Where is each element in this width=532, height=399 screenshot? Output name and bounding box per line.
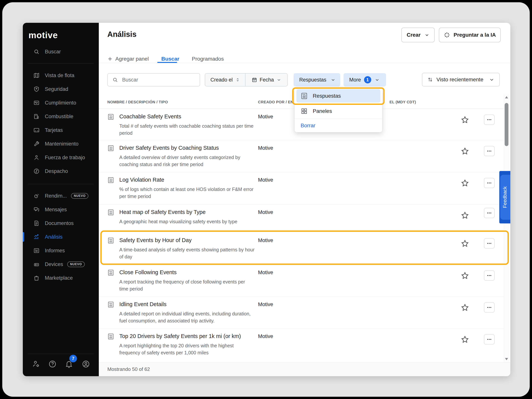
sidebar-item-label: Marketplace	[45, 275, 73, 281]
sort-dropdown[interactable]: Visto recientemente	[422, 73, 500, 86]
sidebar-item-marketplace[interactable]: Marketplace	[23, 271, 99, 285]
sidebar-item-label: Cumplimiento	[45, 100, 76, 106]
sidebar-item-rendimiento[interactable]: Rendim... NUEVO	[23, 189, 99, 203]
created-at-filter[interactable]: Creado el	[205, 74, 246, 86]
sidebar-item-devices[interactable]: Devices NUEVO	[23, 257, 99, 271]
favorite-star-button[interactable]	[461, 147, 469, 155]
notification-count-badge: 7	[69, 355, 77, 362]
response-report-icon	[107, 209, 114, 216]
sidebar-item-label: Seguridad	[45, 86, 68, 92]
account-button[interactable]	[82, 360, 90, 368]
favorite-star-button[interactable]	[461, 116, 469, 124]
dashboard-grid-icon	[301, 108, 308, 115]
row-menu-button[interactable]	[484, 114, 494, 125]
report-title: Log Violation Rate	[119, 177, 164, 183]
main-content: Análisis Crear Preguntar a la IA Agregar…	[99, 23, 510, 376]
row-menu-button[interactable]	[484, 270, 494, 281]
search-field[interactable]	[107, 73, 200, 86]
sidebar-item-label: Tarjetas	[45, 127, 63, 133]
ellipsis-icon	[486, 210, 492, 216]
ellipsis-icon	[486, 148, 492, 154]
table-row[interactable]: Log Violation Rate % of logs which conta…	[99, 172, 505, 204]
favorite-star-button[interactable]	[461, 272, 469, 280]
table-row[interactable]: Top 20 Drivers by Safety Events per 1k m…	[99, 329, 505, 362]
search-input[interactable]	[122, 77, 195, 83]
ask-ai-button-label: Preguntar a la IA	[454, 32, 496, 38]
scrollbar-thumb[interactable]	[505, 103, 508, 146]
admin-settings-button[interactable]	[32, 360, 40, 368]
help-button[interactable]	[48, 360, 57, 368]
nuevo-badge: NUEVO	[67, 261, 85, 267]
report-description: A detailed overview of driver safety eve…	[119, 154, 255, 168]
create-button[interactable]: Crear	[401, 28, 435, 42]
favorite-star-button[interactable]	[461, 304, 469, 312]
person-icon	[33, 154, 39, 161]
create-button-label: Crear	[407, 32, 420, 38]
tab-label: Agregar panel	[115, 56, 149, 62]
row-menu-button[interactable]	[484, 334, 494, 344]
responses-filter-chip[interactable]: Respuestas	[294, 73, 340, 86]
table-row[interactable]: Heat map of Safety Events by Type A geog…	[99, 204, 505, 231]
row-menu-button[interactable]	[484, 178, 494, 188]
page-title: Análisis	[107, 30, 136, 38]
row-menu-button[interactable]	[484, 208, 494, 218]
scroll-up-arrow[interactable]	[505, 96, 508, 99]
favorite-star-button[interactable]	[461, 239, 469, 248]
sidebar-item-fuerza-de-trabajo[interactable]: Fuerza de trabajo	[23, 151, 99, 164]
map-icon	[33, 72, 39, 78]
response-report-icon	[107, 145, 114, 152]
sidebar-item-mensajes[interactable]: Mensajes	[23, 203, 99, 216]
feedback-tab[interactable]: Feedback	[499, 171, 510, 223]
sidebar-item-despacho[interactable]: Despacho	[23, 164, 99, 178]
date-label: Fecha	[260, 77, 274, 83]
star-icon	[461, 239, 469, 248]
sort-updown-icon	[235, 77, 240, 82]
fuel-icon	[33, 114, 39, 120]
sidebar-item-analisis[interactable]: Análisis	[23, 230, 99, 244]
tab-agregar-panel[interactable]: Agregar panel	[107, 56, 149, 62]
sidebar-search[interactable]: Buscar	[23, 46, 99, 57]
table-row[interactable]: Driver Safety Events by Coaching Status …	[99, 140, 505, 172]
sidebar-search-label: Buscar	[45, 49, 61, 55]
dropdown-item-paneles[interactable]: Paneles	[296, 104, 380, 118]
tab-label: Buscar	[161, 56, 179, 62]
table-row[interactable]: Close Following Events A report tracking…	[99, 265, 505, 297]
sidebar-item-tarjetas[interactable]: Tarjetas	[23, 123, 99, 137]
report-description: A report highlighting the top 20 drivers…	[119, 342, 255, 356]
report-title: Driver Safety Events by Coaching Status	[119, 145, 219, 151]
response-report-icon	[107, 177, 114, 184]
date-filter[interactable]: Fecha	[246, 74, 287, 86]
row-menu-button[interactable]	[484, 302, 494, 313]
report-title: Top 20 Drivers by Safety Events per 1k m…	[119, 333, 241, 339]
account-icon	[82, 360, 90, 368]
shield-icon	[33, 86, 39, 92]
table-row[interactable]: Idling Event Details A detailed report o…	[99, 297, 505, 329]
row-menu-button[interactable]	[484, 146, 494, 156]
star-icon	[461, 116, 469, 124]
sidebar-item-cumplimiento[interactable]: Cumplimiento	[23, 96, 99, 110]
tab-programados[interactable]: Programados	[192, 56, 224, 62]
vertical-scrollbar[interactable]	[504, 94, 509, 362]
table-row-highlighted[interactable]: Safety Events by Hour of Day A time-base…	[99, 231, 505, 265]
favorite-star-button[interactable]	[461, 335, 469, 344]
sidebar-item-label: Mensajes	[45, 207, 67, 213]
sidebar-item-vista-de-flota[interactable]: Vista de flota	[23, 69, 99, 82]
report-creator: Motive	[258, 177, 273, 183]
more-filters-chip[interactable]: More 1	[343, 73, 386, 86]
report-creator: Motive	[258, 302, 273, 307]
sidebar-item-mantenimiento[interactable]: Mantenimiento	[23, 137, 99, 151]
tab-buscar[interactable]: Buscar	[161, 56, 179, 62]
scroll-down-arrow[interactable]	[505, 358, 508, 361]
sidebar-item-seguridad[interactable]: Seguridad	[23, 82, 99, 96]
sidebar-item-documentos[interactable]: Documentos	[23, 216, 99, 230]
clear-filters-link[interactable]: Borrar	[301, 121, 315, 130]
favorite-star-button[interactable]	[461, 211, 469, 220]
dropdown-item-respuestas[interactable]: Respuestas	[296, 89, 380, 103]
sidebar-item-combustible[interactable]: Combustible	[23, 110, 99, 123]
ai-sparkle-icon	[444, 32, 450, 38]
ask-ai-button[interactable]: Preguntar a la IA	[439, 28, 501, 42]
row-menu-button[interactable]	[484, 238, 494, 248]
sidebar-item-informes[interactable]: Informes	[23, 244, 99, 257]
favorite-star-button[interactable]	[461, 179, 469, 187]
app-window: motive Buscar Vista de flota Seguridad C…	[23, 23, 510, 376]
